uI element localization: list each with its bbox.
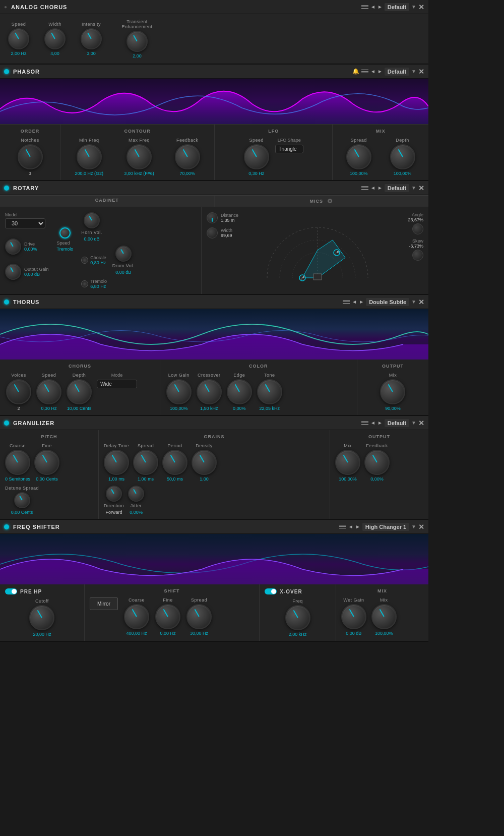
freqshifter-prehp-toggle[interactable]	[5, 588, 17, 594]
freqshifter-prev-arrow[interactable]: ◄	[348, 524, 353, 529]
gran-coarse-knob[interactable]	[5, 450, 30, 475]
chorus-intensity-knob[interactable]	[81, 28, 102, 49]
thorus-edge-knob[interactable]	[227, 379, 252, 404]
granulizer-preset[interactable]: Default	[385, 419, 409, 427]
rotary-prev-arrow[interactable]: ◄	[370, 185, 375, 191]
rotary-speed-indicator[interactable]	[59, 227, 71, 238]
rotary-chorale-label: Chorale	[90, 255, 106, 260]
granulizer-next-arrow[interactable]: ►	[377, 420, 383, 426]
thorus-prev-arrow[interactable]: ◄	[352, 299, 357, 305]
freqshifter-coarse-container: Coarse 400,00 Hz	[124, 598, 149, 636]
thorus-mix-knob[interactable]	[380, 379, 405, 404]
rotary-mics-gear-icon[interactable]: ⚙	[327, 198, 333, 205]
phasor-next-arrow[interactable]: ►	[377, 69, 383, 74]
chorus-transient-knob[interactable]	[127, 31, 148, 52]
phasor-power-btn[interactable]	[4, 69, 9, 74]
gran-feedback-knob[interactable]	[364, 450, 390, 475]
thorus-crossover-knob[interactable]	[197, 379, 222, 404]
phasor-lfo-speed-knob[interactable]	[244, 144, 269, 169]
thorus-speed-knob[interactable]	[36, 379, 61, 404]
thorus-next-arrow[interactable]: ►	[359, 299, 364, 305]
thorus-color-section: COLOR Low Gain 100,00% Crossover 1,50 kH…	[160, 360, 357, 415]
analog-chorus-title: ANALOG CHORUS	[11, 4, 357, 10]
freqshifter-xover-toggle[interactable]	[265, 588, 277, 594]
thorus-depth-knob[interactable]	[67, 379, 92, 404]
freqshifter-mirror-btn[interactable]: Mirror	[90, 598, 118, 610]
chorus-speed-knob[interactable]	[8, 28, 29, 49]
freqshifter-cutoff-knob[interactable]	[29, 605, 54, 630]
freqshifter-fine-knob[interactable]	[155, 604, 180, 629]
analog-chorus-menu-icon[interactable]	[361, 5, 368, 9]
gran-density-knob[interactable]	[192, 450, 217, 475]
rotary-width-knob[interactable]	[207, 227, 218, 238]
rotary-distance-knob[interactable]	[207, 212, 218, 223]
thorus-menu-icon[interactable]	[343, 300, 350, 304]
phasor-maxfreq-knob[interactable]	[127, 144, 152, 169]
gran-jitter-knob[interactable]	[128, 486, 144, 502]
analog-chorus-next-arrow[interactable]: ►	[377, 4, 383, 10]
rotary-power-btn[interactable]	[4, 186, 9, 191]
freqshifter-spread-knob[interactable]	[186, 604, 212, 629]
rotary-title: ROTARY	[13, 185, 357, 191]
phasor-preset[interactable]: Default	[385, 68, 409, 76]
analog-chorus-prev-arrow[interactable]: ◄	[370, 4, 375, 10]
granulizer-power-btn[interactable]	[4, 421, 9, 426]
rotary-cabinet-header: CABINET	[0, 196, 215, 207]
freqshifter-mix-knob[interactable]	[371, 604, 397, 629]
thorus-tone-knob[interactable]	[257, 379, 282, 404]
analog-chorus-preset[interactable]: Default	[385, 3, 409, 11]
rotary-drumvol-knob[interactable]	[115, 246, 132, 262]
phasor-minfreq-knob[interactable]	[77, 144, 102, 169]
thorus-mode-select[interactable]: Wide Classic Mono	[97, 380, 137, 388]
thorus-preset[interactable]: Double Subtle	[366, 298, 409, 306]
gran-detune-knob[interactable]	[14, 492, 30, 508]
freqshifter-next-arrow[interactable]: ►	[355, 524, 360, 529]
freqshifter-preset[interactable]: High Changer 1	[362, 523, 409, 531]
phasor-lfo-shape-select[interactable]: Triangle Sine Square Sawtooth	[275, 145, 303, 153]
thorus-lowgain-knob[interactable]	[166, 379, 192, 404]
svg-rect-6	[313, 274, 322, 280]
gran-mix-knob[interactable]	[335, 450, 360, 475]
phasor-spread-knob[interactable]	[346, 144, 371, 169]
thorus-tone-value: 22,05 kHz	[260, 406, 280, 411]
gran-period-knob[interactable]	[162, 450, 187, 475]
chorus-speed-value: 2,00 Hz	[11, 51, 26, 56]
rotary-close-btn[interactable]: ✕	[418, 184, 424, 192]
rotary-skew-knob[interactable]	[412, 250, 423, 261]
rotary-angle-knob[interactable]	[412, 223, 423, 234]
gran-direction-knob[interactable]	[106, 486, 122, 502]
rotary-preset[interactable]: Default	[385, 184, 409, 192]
phasor-feedback-knob[interactable]	[175, 144, 200, 169]
rotary-hornvol-knob[interactable]	[84, 212, 100, 228]
phasor-prev-arrow[interactable]: ◄	[370, 69, 375, 74]
chorus-width-knob[interactable]	[44, 28, 66, 49]
gran-fine-knob[interactable]	[34, 450, 59, 475]
phasor-depth-container: Depth 100,00%	[390, 138, 415, 176]
thorus-voices-knob[interactable]	[6, 379, 31, 404]
rotary-next-arrow[interactable]: ►	[377, 185, 383, 191]
freqshifter-coarse-knob[interactable]	[124, 604, 149, 629]
rotary-model-select[interactable]: 30	[5, 218, 45, 228]
granulizer-close-btn[interactable]: ✕	[418, 419, 424, 427]
freqshifter-freq-knob[interactable]	[285, 605, 310, 630]
thorus-power-btn[interactable]	[4, 300, 9, 305]
freqshifter-menu-icon[interactable]	[339, 525, 346, 528]
freqshifter-wetgain-knob[interactable]	[341, 604, 366, 629]
freqshifter-close-btn[interactable]: ✕	[418, 523, 424, 531]
granulizer-menu-icon[interactable]	[361, 421, 368, 425]
phasor-close-btn[interactable]: ✕	[418, 68, 424, 76]
granulizer-prev-arrow[interactable]: ◄	[370, 420, 375, 426]
freqshifter-power-btn[interactable]	[4, 524, 9, 529]
phasor-notches-knob[interactable]	[18, 144, 43, 169]
rotary-menu-icon[interactable]	[361, 186, 368, 190]
phasor-menu-icon[interactable]	[361, 70, 368, 73]
thorus-close-btn[interactable]: ✕	[418, 298, 424, 306]
phasor-bell-icon[interactable]: 🔔	[352, 68, 359, 75]
gran-spread-knob[interactable]	[133, 450, 158, 475]
rotary-drive-knob[interactable]	[5, 238, 21, 255]
rotary-outputgain-knob[interactable]	[5, 264, 21, 280]
analog-chorus-close-btn[interactable]: ✕	[418, 3, 424, 11]
analog-chorus-controls: ◄ ► Default ▼ ✕	[361, 3, 424, 11]
phasor-depth-knob[interactable]	[390, 144, 415, 169]
gran-delaytime-knob[interactable]	[104, 450, 129, 475]
